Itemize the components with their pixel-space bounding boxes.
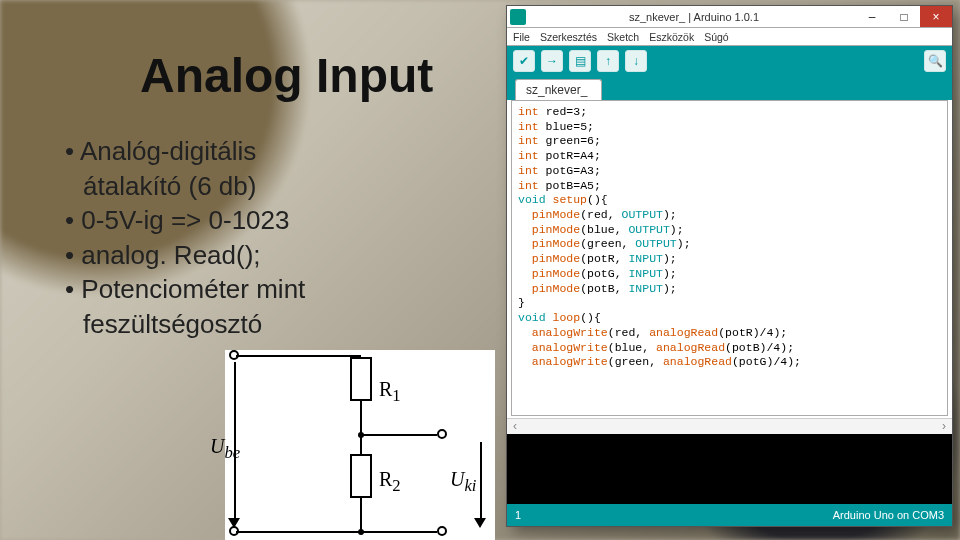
statusbar: 1 Arduino Uno on COM3	[507, 504, 952, 526]
bullet-4-line1: • Potenciométer mint	[65, 273, 305, 306]
minimize-button[interactable]: –	[856, 6, 888, 27]
menubar: File Szerkesztés Sketch Eszközök Súgó	[507, 28, 952, 46]
serial-monitor-button[interactable]: 🔍	[924, 50, 946, 72]
verify-button[interactable]: ✔	[513, 50, 535, 72]
bullet-3: • analog. Read();	[65, 239, 305, 272]
window-title: sz_nkever_ | Arduino 1.0.1	[532, 11, 856, 23]
bullet-list: • Analóg-digitális átalakító (6 db) • 0-…	[65, 135, 305, 342]
label-uki: Uki	[450, 468, 476, 496]
arduino-ide-window: sz_nkever_ | Arduino 1.0.1 – □ × File Sz…	[507, 6, 952, 526]
status-board-port: Arduino Uno on COM3	[833, 509, 944, 521]
scroll-left-icon[interactable]: ‹	[513, 419, 517, 434]
bullet-1-line1: • Analóg-digitális	[65, 135, 305, 168]
editor-scrollbar[interactable]: ‹ ›	[507, 418, 952, 434]
menu-sketch[interactable]: Sketch	[607, 31, 639, 43]
code-editor[interactable]: int int red=3;red=3; int blue=5; int gre…	[511, 100, 948, 416]
titlebar: sz_nkever_ | Arduino 1.0.1 – □ ×	[507, 6, 952, 28]
tabbar: sz_nkever_	[507, 76, 952, 100]
label-r2: R2	[379, 468, 401, 496]
bullet-1-line2: átalakító (6 db)	[83, 170, 305, 203]
menu-help[interactable]: Súgó	[704, 31, 729, 43]
menu-file[interactable]: File	[513, 31, 530, 43]
arduino-icon	[510, 9, 526, 25]
menu-tools[interactable]: Eszközök	[649, 31, 694, 43]
label-r1: R1	[379, 378, 401, 406]
open-button[interactable]: ↑	[597, 50, 619, 72]
bullet-2: • 0-5V-ig => 0-1023	[65, 204, 305, 237]
status-line-number: 1	[515, 509, 521, 521]
upload-button[interactable]: →	[541, 50, 563, 72]
save-button[interactable]: ↓	[625, 50, 647, 72]
scroll-right-icon[interactable]: ›	[942, 419, 946, 434]
voltage-divider-diagram: Ube R1 R2 Uki	[225, 350, 495, 540]
new-button[interactable]: ▤	[569, 50, 591, 72]
maximize-button[interactable]: □	[888, 6, 920, 27]
close-button[interactable]: ×	[920, 6, 952, 27]
label-ube: Ube	[210, 435, 240, 463]
menu-edit[interactable]: Szerkesztés	[540, 31, 597, 43]
page-title: Analog Input	[140, 48, 433, 103]
console-area	[507, 434, 952, 504]
sketch-tab[interactable]: sz_nkever_	[515, 79, 602, 100]
bullet-4-line2: feszültségosztó	[83, 308, 305, 341]
toolbar: ✔ → ▤ ↑ ↓ 🔍	[507, 46, 952, 76]
